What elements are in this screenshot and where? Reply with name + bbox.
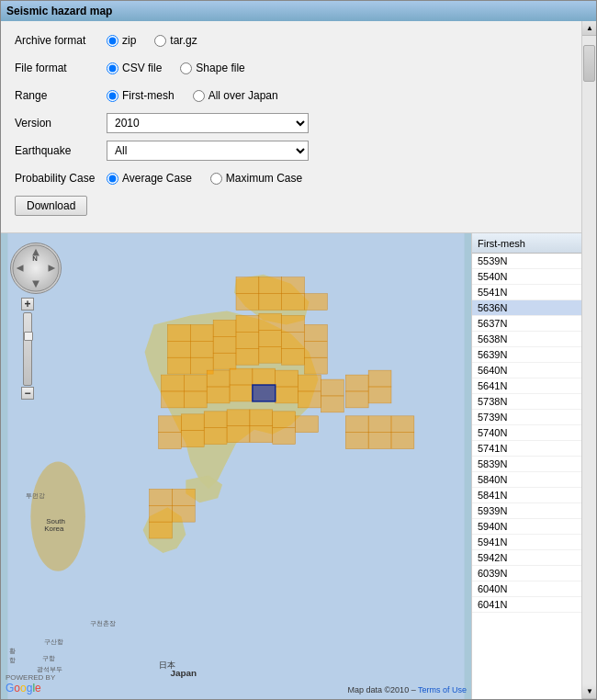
svg-rect-12 <box>236 315 259 332</box>
svg-rect-20 <box>259 330 282 346</box>
scrollbar-track[interactable] <box>582 36 596 684</box>
list-item[interactable]: 5839N <box>472 457 581 472</box>
svg-rect-15 <box>305 324 328 341</box>
content-area: Archive format zip tar.gz File <box>1 21 596 699</box>
map-footer: Map data ©2010 – Terms of Use <box>347 685 467 694</box>
zoom-thumb <box>24 332 33 341</box>
svg-rect-66 <box>345 391 368 408</box>
file-format-label: File format <box>15 62 107 74</box>
archive-targz-label: tar.gz <box>170 34 197 47</box>
svg-text:투먼강: 투먼강 <box>26 492 45 499</box>
svg-rect-68 <box>345 416 368 433</box>
list-items-container[interactable]: 5539N5540N5541N5636N5637N5638N5639N5640N… <box>472 254 581 699</box>
probability-average-radio[interactable] <box>107 173 118 185</box>
list-item[interactable]: 5941N <box>472 535 581 550</box>
svg-rect-11 <box>213 320 236 336</box>
svg-rect-51 <box>273 412 296 428</box>
zoom-slider[interactable] <box>23 312 32 386</box>
probability-maximum-label: Maximum Case <box>226 172 302 185</box>
range-all-option[interactable]: All over Japan <box>193 89 278 102</box>
version-select[interactable]: 2010 <box>107 113 309 133</box>
svg-rect-67 <box>368 387 391 403</box>
scroll-down-button[interactable]: ▼ <box>582 684 596 699</box>
list-item[interactable]: 5638N <box>472 332 581 347</box>
list-item[interactable]: 5641N <box>472 378 581 394</box>
list-item[interactable]: 5738N <box>472 394 581 410</box>
svg-rect-5 <box>236 294 259 310</box>
svg-rect-26 <box>236 348 259 365</box>
scroll-up-button[interactable]: ▲ <box>582 21 596 36</box>
nav-circle[interactable]: N <box>10 243 62 294</box>
archive-targz-option[interactable]: tar.gz <box>154 34 197 47</box>
archive-zip-option[interactable]: zip <box>107 34 136 47</box>
archive-targz-radio[interactable] <box>154 35 166 47</box>
svg-rect-23 <box>167 357 190 374</box>
list-item[interactable]: 5739N <box>472 410 581 425</box>
list-item[interactable]: 5639N <box>472 347 581 363</box>
list-item[interactable]: 5539N <box>472 254 581 269</box>
list-item[interactable]: 5637N <box>472 316 581 332</box>
svg-rect-54 <box>181 431 204 447</box>
main-scrollbar[interactable]: ▲ ▼ <box>581 21 596 699</box>
download-row: Download <box>15 196 568 216</box>
list-item[interactable]: 5942N <box>472 550 581 566</box>
list-item[interactable]: 6041N <box>472 597 581 613</box>
earthquake-select[interactable]: All <box>107 141 309 161</box>
list-item[interactable]: 5841N <box>472 488 581 503</box>
probability-maximum-radio[interactable] <box>210 173 222 185</box>
svg-text:황: 황 <box>9 648 16 654</box>
map-and-list: Japan 日本 South Korea 구천촌장 구산항 구항 광석부두 황 … <box>1 233 581 699</box>
file-csv-radio[interactable] <box>107 62 118 74</box>
range-first-radio[interactable] <box>107 90 118 102</box>
range-first-label: First-mesh <box>122 89 175 102</box>
scrollbar-thumb[interactable] <box>583 45 595 82</box>
svg-rect-18 <box>213 336 236 353</box>
archive-format-label: Archive format <box>15 34 107 47</box>
list-panel: First-mesh 5539N5540N5541N5636N5637N5638… <box>471 233 581 699</box>
file-shape-option[interactable]: Shape file <box>180 62 244 74</box>
list-item[interactable]: 5740N <box>472 425 581 441</box>
svg-rect-43 <box>276 387 298 403</box>
download-button[interactable]: Download <box>15 196 87 216</box>
svg-rect-38 <box>161 391 184 408</box>
list-item[interactable]: 5540N <box>472 269 581 285</box>
range-first-option[interactable]: First-mesh <box>107 89 175 102</box>
svg-rect-72 <box>368 433 391 449</box>
list-item[interactable]: 5840N <box>472 472 581 488</box>
zoom-in-button[interactable]: + <box>21 298 34 310</box>
svg-rect-2 <box>236 277 259 294</box>
list-item[interactable]: 5741N <box>472 441 581 457</box>
svg-text:광석부두: 광석부두 <box>37 666 62 673</box>
list-item[interactable]: 5640N <box>472 363 581 378</box>
svg-rect-69 <box>368 416 391 433</box>
list-item[interactable]: 6039N <box>472 566 581 581</box>
range-all-radio[interactable] <box>193 90 205 102</box>
range-group: First-mesh All over Japan <box>107 89 278 102</box>
svg-rect-45 <box>321 396 344 412</box>
list-item[interactable]: 6040N <box>472 581 581 597</box>
list-item[interactable]: 5940N <box>472 519 581 535</box>
list-item[interactable]: 5541N <box>472 285 581 300</box>
powered-by-text: POWERED BY <box>6 673 55 682</box>
file-shape-radio[interactable] <box>180 62 192 74</box>
probability-average-option[interactable]: Average Case <box>107 172 192 185</box>
list-item[interactable]: 5636N <box>472 300 581 316</box>
svg-rect-8 <box>305 294 328 310</box>
window-title: Seismic hazard map <box>6 5 112 17</box>
svg-rect-62 <box>172 489 195 505</box>
svg-rect-35 <box>276 370 298 387</box>
file-csv-option[interactable]: CSV file <box>107 62 162 74</box>
map-area[interactable]: Japan 日本 South Korea 구천촌장 구산항 구항 광석부두 황 … <box>1 233 471 699</box>
title-bar: Seismic hazard map <box>1 1 596 21</box>
map-data-text: Map data ©2010 <box>347 685 409 694</box>
google-logo: Google <box>6 682 55 694</box>
navigation-control[interactable]: N <box>10 243 62 294</box>
zoom-out-button[interactable]: − <box>21 387 34 400</box>
svg-rect-32 <box>207 370 230 387</box>
archive-zip-radio[interactable] <box>107 35 118 47</box>
probability-maximum-option[interactable]: Maximum Case <box>210 172 302 185</box>
list-item[interactable]: 5939N <box>472 503 581 519</box>
terms-of-use-link[interactable]: Terms of Use <box>418 685 467 694</box>
range-label: Range <box>15 89 107 102</box>
svg-rect-73 <box>391 433 414 449</box>
